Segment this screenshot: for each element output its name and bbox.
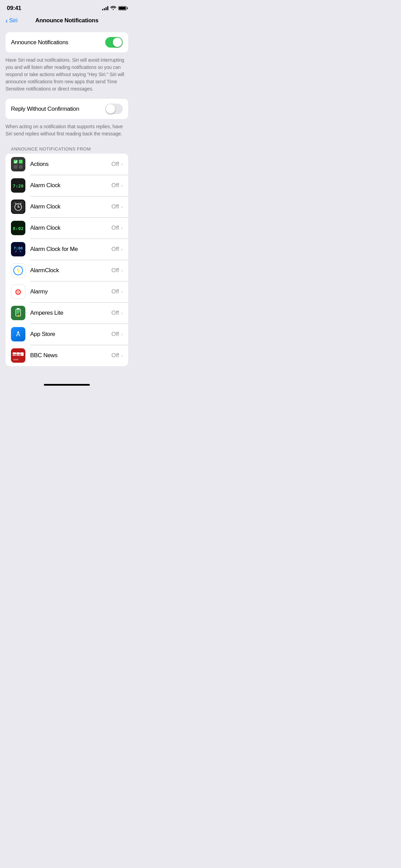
app-status: Off — [111, 246, 119, 253]
svg-text:8:02: 8:02 — [13, 226, 23, 231]
chevron-right-icon: › — [121, 310, 123, 316]
list-item[interactable]: A App Store Off › — [5, 324, 128, 345]
chevron-right-icon: › — [121, 331, 123, 337]
chevron-right-icon: › — [121, 353, 123, 358]
home-indicator — [0, 381, 134, 388]
alarmy-icon — [11, 285, 25, 299]
app-status: Off — [111, 161, 119, 168]
appstore-icon: A — [11, 327, 25, 341]
svg-text:A: A — [16, 331, 20, 338]
app-status: Off — [111, 182, 119, 189]
app-name: Amperes Lite — [30, 310, 111, 316]
chevron-right-icon: › — [121, 204, 123, 209]
chevron-right-icon: › — [121, 225, 123, 231]
content-area: Announce Notifications Have Siri read ou… — [0, 28, 134, 381]
app-name: Alarm Clock — [30, 203, 111, 210]
app-status: Off — [111, 352, 119, 359]
back-chevron-icon: ‹ — [5, 17, 8, 24]
svg-point-12 — [18, 207, 19, 208]
list-item[interactable]: Alarm Clock Off › — [5, 196, 128, 217]
chevron-right-icon: › — [121, 183, 123, 188]
list-item[interactable]: AlarmClock Off › — [5, 260, 128, 281]
alarmclock-dark-icon: 8:02 — [11, 221, 25, 235]
back-label: Siri — [9, 17, 18, 24]
app-status: Off — [111, 225, 119, 231]
nav-bar: ‹ Siri Announce Notifications — [0, 14, 134, 28]
svg-text:7:20: 7:20 — [13, 183, 23, 189]
home-bar — [44, 384, 90, 386]
status-time: 09:41 — [7, 5, 21, 12]
app-status: Off — [111, 288, 119, 295]
chevron-right-icon: › — [121, 268, 123, 273]
app-name: Alarm Clock — [30, 225, 111, 231]
svg-text:NEWS: NEWS — [13, 359, 19, 361]
app-status: Off — [111, 203, 119, 210]
reply-description: When acting on a notification that suppo… — [0, 122, 134, 144]
announce-notifications-toggle[interactable] — [105, 37, 123, 48]
alarmclock-teal-icon — [11, 263, 25, 278]
reply-toggle[interactable] — [105, 104, 123, 114]
chevron-right-icon: › — [121, 246, 123, 252]
section-header: ANNOUNCE NOTIFICATIONS FROM — [0, 144, 134, 154]
list-item[interactable]: BBC NEWS NEWS BBC News Off › — [5, 345, 128, 366]
announce-notifications-card: Announce Notifications — [5, 32, 128, 52]
bbc-icon: BBC NEWS NEWS — [11, 348, 25, 363]
alarmclock-green-icon: 7:20 — [11, 178, 25, 193]
list-item[interactable]: 8:02 Alarm Clock Off › — [5, 217, 128, 239]
svg-text:7:00: 7:00 — [14, 246, 23, 251]
list-item[interactable]: Alarmy Off › — [5, 281, 128, 302]
app-name: Actions — [30, 161, 111, 168]
svg-point-26 — [17, 291, 19, 293]
app-name: Alarmy — [30, 288, 111, 295]
list-item[interactable]: Amperes Lite Off › — [5, 302, 128, 324]
app-name: Alarm Clock for Me — [30, 246, 111, 253]
app-list: Actions Off › 7:20 Alarm Clock Off › — [5, 154, 128, 366]
svg-rect-32 — [16, 313, 19, 314]
back-button[interactable]: ‹ Siri — [5, 17, 17, 24]
toggle-knob — [113, 38, 122, 47]
announce-toggle-row: Announce Notifications — [5, 32, 128, 52]
app-name: Alarm Clock — [30, 182, 111, 189]
svg-rect-3 — [19, 165, 23, 169]
status-icons — [102, 5, 127, 11]
reply-toggle-knob — [106, 104, 115, 113]
svg-rect-30 — [16, 310, 20, 311]
svg-rect-2 — [14, 165, 17, 169]
list-item[interactable]: 7:20 Alarm Clock Off › — [5, 175, 128, 196]
actions-app-icon — [11, 157, 25, 171]
svg-rect-29 — [17, 308, 20, 310]
status-bar: 09:41 — [0, 0, 134, 14]
alarmclock-black-icon — [11, 200, 25, 214]
app-status: Off — [111, 331, 119, 338]
signal-icon — [102, 6, 108, 10]
svg-text:NEWS: NEWS — [15, 354, 21, 356]
chevron-right-icon: › — [121, 161, 123, 167]
app-name: AlarmClock — [30, 267, 111, 274]
reply-toggle-row: Reply Without Confirmation — [5, 99, 128, 119]
svg-rect-31 — [16, 311, 20, 312]
app-status: Off — [111, 267, 119, 274]
alarmclock-forme-icon: 7:00 — [11, 242, 25, 256]
svg-rect-1 — [19, 160, 23, 164]
chevron-right-icon: › — [121, 289, 123, 294]
battery-icon — [118, 6, 127, 10]
wifi-icon — [110, 5, 116, 11]
announce-notifications-label: Announce Notifications — [11, 39, 68, 46]
amperes-icon — [11, 306, 25, 320]
app-name: BBC News — [30, 352, 111, 359]
reply-label: Reply Without Confirmation — [11, 106, 79, 112]
app-status: Off — [111, 310, 119, 316]
page-title: Announce Notifications — [35, 17, 98, 24]
app-name: App Store — [30, 331, 111, 338]
list-item[interactable]: 7:00 Alarm Clock for Me Off › — [5, 239, 128, 260]
announce-description: Have Siri read out notifications. Siri w… — [0, 55, 134, 99]
reply-confirmation-card: Reply Without Confirmation — [5, 99, 128, 119]
list-item[interactable]: Actions Off › — [5, 154, 128, 175]
